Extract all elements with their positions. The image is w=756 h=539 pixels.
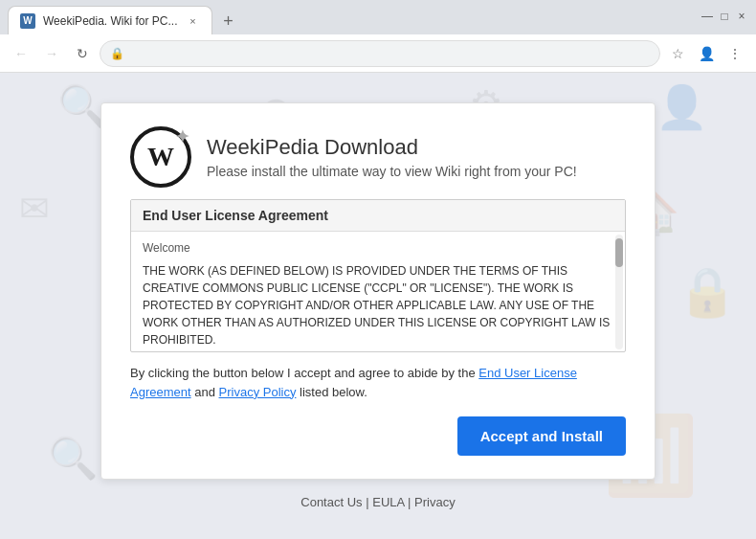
window-controls: — □ × [700,10,748,23]
active-tab[interactable]: W WeekiPedia. Wiki for PC... × [8,6,212,34]
logo-star: ✦ [175,126,189,147]
bg-icon-lock: 🔒 [678,264,737,320]
agreement-text-after: listed below. [296,385,367,399]
footer-separator-1: | [366,495,368,509]
eula-scrollbar[interactable] [615,235,623,349]
agreement-text-before: By clicking the button below I accept an… [130,366,478,380]
lock-icon: 🔒 [110,47,124,60]
card-header: W ✦ WeekiPedia Download Please install t… [130,126,626,188]
tab-close-button[interactable]: × [185,13,200,29]
account-button[interactable]: 👤 [693,40,720,67]
footer-contact-link[interactable]: Contact Us [300,495,362,509]
agreement-text: By clicking the button below I accept an… [130,364,626,401]
main-card: W ✦ WeekiPedia Download Please install t… [100,102,656,480]
back-button[interactable]: ← [8,40,34,67]
bg-icon-mail: ✉ [19,188,50,230]
maximize-button[interactable]: □ [718,10,731,23]
forward-button[interactable]: → [38,40,65,67]
footer-separator-2: | [408,495,411,509]
tab-title: WeekiPedia. Wiki for PC... [43,14,177,28]
eula-scrollbar-thumb[interactable] [615,238,623,267]
bg-icon-person: 👤 [656,82,708,132]
eula-header: End User License Agreement [131,200,625,232]
new-tab-button[interactable]: + [216,10,239,33]
menu-button[interactable]: ⋮ [722,40,748,67]
navigation-bar: ← → ↻ 🔒 ☆ 👤 ⋮ [0,34,756,73]
page-subtitle: Please install the ultimate way to view … [207,164,577,179]
footer-privacy-link[interactable]: Privacy [414,495,456,509]
tab-favicon: W [20,13,35,29]
bookmark-button[interactable]: ☆ [664,40,691,67]
eula-welcome: Welcome [143,239,613,257]
nav-actions: ☆ 👤 ⋮ [664,40,748,67]
page-title: WeekiPedia Download [207,135,577,160]
logo: W ✦ [130,126,191,188]
eula-content[interactable]: Welcome THE WORK (AS DEFINED BELOW) IS P… [131,232,625,348]
footer-eula-link[interactable]: EULA [372,495,404,509]
accept-install-button[interactable]: Accept and Install [457,416,626,456]
title-bar: W WeekiPedia. Wiki for PC... × + — □ × [0,0,756,34]
card-header-text: WeekiPedia Download Please install the u… [207,135,577,179]
minimize-button[interactable]: — [700,10,714,23]
browser-window: W WeekiPedia. Wiki for PC... × + — □ × ←… [0,0,756,539]
privacy-link[interactable]: Privacy Policy [219,385,297,399]
address-bar[interactable]: 🔒 [100,40,660,67]
bg-icon-search2: 🔍 [48,435,98,482]
tabs-area: W WeekiPedia. Wiki for PC... × + [8,0,700,34]
agreement-text-middle: and [191,385,219,399]
page-footer: Contact Us | EULA | Privacy [300,495,455,509]
page-content: 🔍 ⊕ ⚙ 👤 ✉ 💬 🏠 🔍 ⊕ 📶 🔒 W ✦ WeekiPedia Dow… [0,73,756,539]
refresh-button[interactable]: ↻ [69,40,96,67]
eula-body: THE WORK (AS DEFINED BELOW) IS PROVIDED … [143,262,613,348]
eula-box[interactable]: End User License Agreement Welcome THE W… [130,199,626,352]
close-button[interactable]: × [735,10,748,23]
